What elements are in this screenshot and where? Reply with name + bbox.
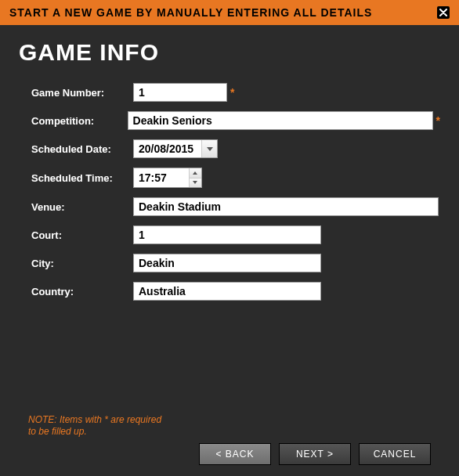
label-scheduled-time: Scheduled Time:	[31, 172, 133, 184]
row-venue: Venue:	[31, 197, 440, 216]
row-country: Country:	[31, 282, 440, 301]
next-button[interactable]: NEXT >	[279, 443, 351, 465]
game-info-form: Game Number: * Competition: * Scheduled …	[19, 83, 440, 414]
court-input[interactable]	[133, 225, 321, 244]
time-down-icon[interactable]	[190, 178, 201, 188]
scheduled-time-value: 17:57	[134, 168, 189, 187]
dialog-body: GAME INFO Game Number: * Competition: * …	[0, 25, 459, 476]
cancel-button[interactable]: CANCEL	[359, 443, 431, 465]
label-scheduled-date: Scheduled Date:	[31, 143, 133, 155]
back-button[interactable]: < BACK	[199, 443, 271, 465]
button-row: < BACK NEXT > CANCEL	[28, 443, 431, 465]
close-icon[interactable]	[437, 6, 450, 19]
row-game-number: Game Number: *	[31, 83, 440, 102]
row-scheduled-date: Scheduled Date: 20/08/2015	[31, 139, 440, 158]
scheduled-date-value: 20/08/2015	[134, 140, 201, 157]
label-court: Court:	[31, 229, 133, 241]
row-city: City:	[31, 254, 440, 272]
label-city: City:	[31, 258, 133, 269]
chevron-down-icon[interactable]	[201, 140, 217, 157]
venue-input[interactable]	[133, 197, 439, 216]
dialog-header: START A NEW GAME BY MANUALLY ENTERING AL…	[0, 0, 459, 25]
dialog-header-title: START A NEW GAME BY MANUALLY ENTERING AL…	[9, 6, 372, 19]
scheduled-time-stepper[interactable]: 17:57	[133, 168, 202, 188]
label-game-number: Game Number:	[31, 87, 133, 99]
page-title: GAME INFO	[19, 39, 440, 66]
label-country: Country:	[31, 286, 133, 298]
row-competition: Competition: *	[31, 111, 440, 130]
city-input[interactable]	[133, 254, 321, 272]
label-venue: Venue:	[31, 201, 133, 213]
required-marker: *	[436, 114, 440, 127]
game-number-input[interactable]	[133, 83, 227, 102]
time-up-icon[interactable]	[190, 168, 201, 178]
dialog-footer: NOTE: Items with * are required to be fi…	[19, 414, 440, 476]
row-court: Court:	[31, 225, 440, 244]
scheduled-date-picker[interactable]: 20/08/2015	[133, 139, 218, 158]
required-note: NOTE: Items with * are required to be fi…	[28, 414, 169, 438]
competition-input[interactable]	[128, 111, 433, 130]
country-input[interactable]	[133, 282, 321, 301]
label-competition: Competition:	[31, 115, 128, 127]
new-game-dialog: START A NEW GAME BY MANUALLY ENTERING AL…	[0, 0, 459, 476]
row-scheduled-time: Scheduled Time: 17:57	[31, 168, 440, 188]
required-marker: *	[230, 86, 234, 99]
